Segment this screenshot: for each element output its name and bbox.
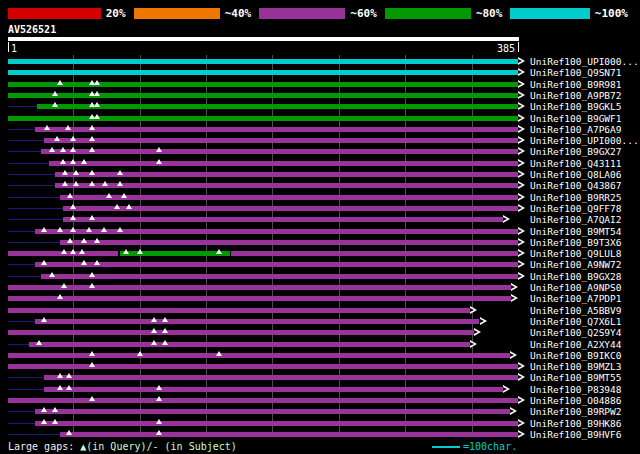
alignment-row: UniRef100_O04886: [0, 395, 640, 406]
alignment-bar-segment[interactable]: [60, 195, 518, 200]
alignment-bar-segment[interactable]: [63, 217, 504, 222]
query-gap-marker-icon: [94, 238, 100, 243]
hit-label[interactable]: UniRef100_Q9SN71: [530, 67, 622, 78]
subject-extends-arrow-inner: [470, 308, 474, 312]
query-gap-marker-icon: [117, 181, 123, 186]
hit-label[interactable]: UniRef100_A9NPS0: [530, 282, 622, 293]
hit-label[interactable]: UniRef100_A5BBV9: [530, 305, 622, 316]
hit-label[interactable]: UniRef100_Q43867: [530, 180, 622, 191]
query-gap-marker-icon: [81, 159, 87, 164]
query-gap-marker-icon: [151, 328, 157, 333]
subject-extends-arrow-inner: [511, 285, 515, 289]
legend-color-swatch: [8, 8, 101, 19]
hit-label[interactable]: UniRef100_A2XY44: [530, 339, 622, 350]
hit-label[interactable]: UniRef100_Q9LUL8: [530, 248, 622, 259]
query-gap-marker-icon: [89, 396, 95, 401]
alignment-bar-segment[interactable]: [44, 387, 504, 392]
alignment-bar-segment[interactable]: [8, 353, 510, 358]
alignment-bar-segment[interactable]: [8, 285, 511, 290]
hit-label[interactable]: UniRef100_B9HK86: [530, 418, 622, 429]
alignment-bar-segment[interactable]: [35, 229, 518, 234]
alignment-bar-segment[interactable]: [8, 59, 518, 64]
hit-label[interactable]: UniRef100_A9PB72: [530, 90, 622, 101]
alignment-bar-segment[interactable]: [37, 104, 518, 109]
hit-label[interactable]: UniRef100_UPI000...: [530, 135, 639, 146]
hit-label[interactable]: UniRef100_B9RR25: [530, 192, 622, 203]
hit-label[interactable]: UniRef100_Q43111: [530, 158, 622, 169]
alignment-bar-segment[interactable]: [55, 172, 519, 177]
alignment-bar-segment[interactable]: [35, 262, 518, 267]
alignment-bar-segment[interactable]: [231, 251, 518, 256]
alignment-bar-segment[interactable]: [44, 138, 518, 143]
query-gap-marker-icon: [73, 181, 79, 186]
hit-label[interactable]: UniRef100_A7P6A9: [530, 124, 622, 135]
subject-extends-arrow-inner: [518, 82, 522, 86]
alignment-row: UniRef100_A7QAI2: [0, 214, 640, 225]
alignment-bar-segment[interactable]: [8, 116, 518, 121]
query-gap-marker-icon: [70, 136, 76, 141]
query-gap-marker-icon: [62, 170, 68, 175]
query-gap-marker-icon: [49, 147, 55, 152]
alignment-bar-segment[interactable]: [8, 398, 518, 403]
ruler-end-label: 385: [497, 43, 515, 54]
hit-label[interactable]: UniRef100_B9RPW2: [530, 406, 622, 417]
hit-label[interactable]: UniRef100_B9IKC0: [530, 350, 622, 361]
alignment-bar-segment[interactable]: [55, 183, 519, 188]
hit-label[interactable]: UniRef100_Q8LA06: [530, 169, 622, 180]
query-gap-marker-icon: [52, 407, 58, 412]
alignment-bar-segment[interactable]: [35, 127, 518, 132]
hit-label[interactable]: UniRef100_B9GKL5: [530, 101, 622, 112]
hit-label[interactable]: UniRef100_Q2S9Y4: [530, 327, 622, 338]
hit-label[interactable]: UniRef100_B9HVF6: [530, 429, 622, 440]
alignment-bar-segment[interactable]: [29, 342, 470, 347]
hit-label[interactable]: UniRef100_UPI000...: [530, 56, 639, 67]
alignment-bar-segment[interactable]: [8, 308, 470, 313]
hit-label[interactable]: UniRef100_B9MT55: [530, 372, 622, 383]
hit-label[interactable]: UniRef100_B9MZL3: [530, 361, 622, 372]
legend-label: ~100%: [595, 7, 628, 20]
query-gap-marker-icon: [216, 351, 222, 356]
query-gap-marker-icon: [54, 136, 60, 141]
alignment-bar-segment[interactable]: [44, 375, 518, 380]
hit-label[interactable]: UniRef100_B9T3X6: [530, 237, 622, 248]
alignment-bar-segment[interactable]: [35, 409, 511, 414]
hit-label[interactable]: UniRef100_A7QAI2: [530, 214, 622, 225]
alignment-bar-segment[interactable]: [49, 161, 518, 166]
alignment-bar-segment[interactable]: [8, 70, 518, 75]
alignment-bar-segment[interactable]: [60, 432, 518, 437]
alignment-bar-segment[interactable]: [35, 319, 480, 324]
hit-label[interactable]: UniRef100_B9GX28: [530, 271, 622, 282]
unaligned-lead-line: [8, 129, 35, 130]
hit-label[interactable]: UniRef100_Q9FF78: [530, 203, 622, 214]
hit-label[interactable]: UniRef100_B9R981: [530, 79, 622, 90]
query-gap-marker-icon: [66, 373, 72, 378]
legend-label: ~80%: [476, 7, 503, 20]
query-gap-marker-icon: [57, 294, 63, 299]
hit-label[interactable]: UniRef100_B9MT54: [530, 226, 622, 237]
alignment-bar-segment[interactable]: [8, 330, 474, 335]
query-gap-marker-icon: [156, 147, 162, 152]
subject-extends-arrow-inner: [518, 375, 522, 379]
query-gap-marker-icon: [89, 181, 95, 186]
alignment-row: UniRef100_B9RPW2: [0, 406, 640, 417]
hit-label[interactable]: UniRef100_A9NW72: [530, 259, 622, 270]
hit-label[interactable]: UniRef100_P83948: [530, 384, 622, 395]
hit-label[interactable]: UniRef100_Q7X6L1: [530, 316, 622, 327]
alignment-bar-segment[interactable]: [8, 364, 518, 369]
alignment-bar-segment[interactable]: [60, 240, 518, 245]
hit-label[interactable]: UniRef100_A7PDP1: [530, 293, 622, 304]
alignment-bar-segment[interactable]: [8, 93, 518, 98]
hit-label[interactable]: UniRef100_O04886: [530, 395, 622, 406]
alignment-row: UniRef100_A9NPS0: [0, 282, 640, 293]
legend-label: ~60%: [350, 7, 377, 20]
alignment-bar-segment[interactable]: [41, 274, 518, 279]
alignment-bar-segment[interactable]: [41, 149, 518, 154]
alignment-row: UniRef100_B9MT54: [0, 226, 640, 237]
alignment-row: UniRef100_A7PDP1: [0, 293, 640, 304]
alignment-bar-segment[interactable]: [8, 296, 511, 301]
query-gap-marker-icon: [60, 147, 66, 152]
hit-label[interactable]: UniRef100_B9GWF1: [530, 113, 622, 124]
alignment-bar-segment[interactable]: [35, 421, 518, 426]
hit-label[interactable]: UniRef100_B9GX27: [530, 146, 622, 157]
alignment-bar-segment[interactable]: [8, 82, 518, 87]
